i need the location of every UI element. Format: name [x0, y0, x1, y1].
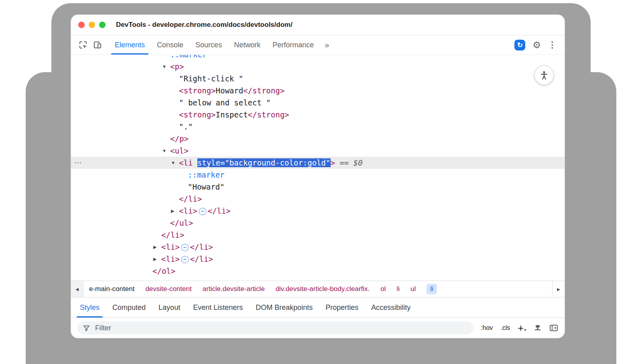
dom-tree-row-selected[interactable]: ⋯▼<li style="background-color:gold"> == …: [71, 157, 565, 169]
dom-tree: ::marker▼<p>"Right-click "<strong>Howard…: [71, 55, 565, 281]
collapsed-content-ellipsis[interactable]: ⋯: [181, 256, 189, 263]
breadcrumb-scroll-left-icon[interactable]: ◀: [71, 281, 83, 297]
dom-tree-row[interactable]: ::marker: [71, 169, 565, 181]
token-tag: <li>: [179, 206, 197, 215]
new-style-rule-button[interactable]: + ▾: [518, 324, 526, 332]
breadcrumb-item[interactable]: e-main-content: [89, 285, 134, 293]
token-tag: </li>: [161, 231, 184, 239]
dom-tree-row[interactable]: </ol>: [71, 265, 565, 277]
sync-icon[interactable]: ↻: [514, 40, 525, 51]
token-tag: <li: [179, 158, 197, 167]
title-bar: DevTools - developer.chrome.com/docs/dev…: [71, 15, 565, 35]
toggle-hover-state-button[interactable]: :hov: [481, 324, 493, 332]
dom-tree-row[interactable]: </p>: [71, 133, 565, 145]
breadcrumb-scroll-right-icon[interactable]: ▶: [552, 281, 565, 297]
toolbar-right-group: ↻ ⚙ ⋮: [514, 35, 560, 55]
dom-tree-row[interactable]: </li>: [71, 193, 565, 205]
stamp-icon[interactable]: [534, 324, 542, 332]
styles-filter-input[interactable]: [94, 324, 468, 333]
tab-console[interactable]: Console: [151, 35, 189, 55]
settings-gear-icon[interactable]: ⚙: [532, 40, 541, 51]
dom-tree-row[interactable]: "Howard": [71, 181, 565, 193]
toggle-element-classes-button[interactable]: .cls: [500, 324, 510, 332]
collapsed-content-ellipsis[interactable]: ⋯: [199, 208, 207, 215]
breadcrumb-item[interactable]: ol: [380, 285, 386, 293]
panel-tab-properties[interactable]: Properties: [319, 297, 365, 317]
token-text: "Right-click ": [179, 74, 243, 83]
breadcrumb-item[interactable]: devsite-content: [145, 285, 191, 293]
token-op: ==: [335, 158, 354, 167]
breadcrumb-item-selected[interactable]: li: [427, 284, 437, 294]
devtools-window: DevTools - developer.chrome.com/docs/dev…: [71, 14, 565, 338]
token-tag: <li>: [161, 255, 180, 263]
kebab-menu-icon[interactable]: ⋮: [548, 40, 557, 50]
breadcrumb-item[interactable]: article.devsite-article: [203, 285, 265, 293]
panel-tab-layout[interactable]: Layout: [152, 297, 187, 317]
token-var: $0: [354, 158, 363, 167]
expand-arrow-icon[interactable]: ▶: [153, 253, 156, 265]
dom-tree-row[interactable]: ▼<ul>: [71, 145, 565, 157]
accessibility-button[interactable]: [535, 66, 553, 85]
breadcrumb-item[interactable]: ul: [410, 285, 416, 293]
panel-tab-dom-breakpoints[interactable]: DOM Breakpoints: [249, 297, 319, 317]
tab-sources[interactable]: Sources: [189, 35, 228, 55]
token-tag: <li>: [161, 243, 180, 251]
collapse-arrow-icon[interactable]: ▼: [171, 157, 175, 169]
plus-caret-icon: ▾: [524, 328, 526, 332]
expand-arrow-icon[interactable]: ▶: [153, 241, 156, 253]
panel-tab-computed[interactable]: Computed: [106, 297, 152, 317]
more-tabs-icon[interactable]: »: [320, 35, 333, 55]
device-toolbar-icon[interactable]: [90, 35, 105, 55]
edited-attribute-selection[interactable]: style="background-color:gold": [197, 158, 331, 167]
breadcrumb-item[interactable]: div.devsite-article-body.clearfix.: [276, 285, 370, 293]
panel-tab-styles[interactable]: Styles: [73, 297, 106, 317]
dom-tree-row[interactable]: ▶<li>⋯</li>: [71, 253, 565, 265]
breadcrumb-item[interactable]: li: [397, 285, 400, 293]
tab-elements[interactable]: Elements: [109, 35, 151, 55]
dom-tree-row[interactable]: <strong>Howard</strong>: [71, 85, 565, 97]
window-title: DevTools - developer.chrome.com/docs/dev…: [116, 21, 293, 29]
dom-tree-row[interactable]: </ul>: [71, 217, 565, 229]
dom-tree-row[interactable]: </li>: [71, 229, 565, 241]
collapsed-content-ellipsis[interactable]: ⋯: [181, 244, 189, 251]
collapse-arrow-icon[interactable]: ▼: [162, 61, 167, 73]
dock-sidebar-icon[interactable]: [549, 324, 558, 332]
traffic-lights: [78, 22, 110, 28]
plus-icon: +: [518, 324, 524, 332]
token-tag: </li>: [190, 243, 213, 251]
token-marker[interactable]: ::marker: [188, 170, 225, 179]
dom-tree-row[interactable]: ".": [71, 121, 565, 133]
panel-tab-accessibility[interactable]: Accessibility: [365, 297, 417, 317]
toolbar-tabs: ElementsConsoleSourcesNetworkPerformance: [109, 35, 320, 55]
token-tag: >: [331, 158, 335, 167]
dom-tree-row[interactable]: ▼<p>: [71, 61, 565, 73]
tab-network[interactable]: Network: [228, 35, 266, 55]
dom-tree-row[interactable]: ▶<li>⋯</li>: [71, 241, 565, 253]
token-tag: </li>: [179, 194, 202, 203]
tab-performance[interactable]: Performance: [266, 35, 320, 55]
token-tag: <strong>: [179, 110, 216, 119]
close-button[interactable]: [78, 22, 85, 28]
dom-tree-row[interactable]: ::marker: [71, 55, 565, 61]
dom-tree-row[interactable]: " below and select ": [71, 97, 565, 109]
dom-tree-row[interactable]: <strong>Inspect</strong>: [71, 109, 565, 121]
token-tag: </ul>: [170, 218, 193, 227]
token-text: "Howard": [188, 182, 225, 191]
token-marker[interactable]: ::marker: [170, 55, 207, 59]
token-tag: </strong>: [243, 86, 284, 95]
inspect-element-icon[interactable]: [76, 35, 90, 55]
dom-tree-row[interactable]: "Right-click ": [71, 73, 565, 85]
dom-tree-row[interactable]: ▶<li>⋯</li>: [71, 205, 565, 217]
collapse-arrow-icon[interactable]: ▼: [162, 145, 167, 157]
zoom-button[interactable]: [99, 22, 106, 28]
token-tag: </strong>: [248, 110, 289, 119]
minimize-button[interactable]: [89, 22, 95, 28]
filter-field[interactable]: [77, 322, 473, 334]
token-tag: <ul>: [170, 146, 189, 155]
token-tag: </ol>: [152, 267, 175, 275]
expand-arrow-icon[interactable]: ▶: [171, 205, 174, 217]
panel-tabs: StylesComputedLayoutEvent ListenersDOM B…: [71, 297, 565, 317]
row-overflow-dots: ⋯: [74, 157, 82, 169]
panel-tab-event-listeners[interactable]: Event Listeners: [187, 297, 249, 317]
token-text: " below and select ": [179, 98, 271, 107]
